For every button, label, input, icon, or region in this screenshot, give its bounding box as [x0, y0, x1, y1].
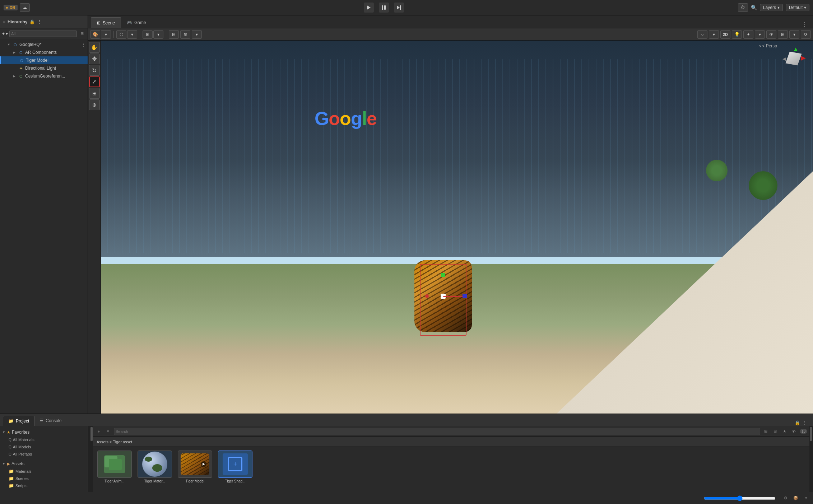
- tool-hand[interactable]: ✋: [89, 42, 100, 53]
- gizmo-dot: [425, 294, 429, 298]
- scene-arrow-btn[interactable]: ▾: [101, 30, 111, 39]
- scene-grid-btn[interactable]: ⊞: [143, 30, 153, 39]
- light-icon: ☀: [18, 65, 24, 71]
- play-button[interactable]: [364, 3, 374, 13]
- assets-eye-btn[interactable]: 👁: [790, 428, 798, 435]
- scene-2d-btn[interactable]: 2D: [720, 30, 730, 39]
- scenes-label: Scenes: [15, 476, 29, 481]
- bottom-lock-icon[interactable]: 🔒: [795, 420, 800, 425]
- g-letter-2: o: [329, 108, 340, 129]
- lock-icon[interactable]: 🔒: [29, 19, 35, 24]
- favorite-prefabs[interactable]: Q All Prefabs: [0, 451, 88, 458]
- scene-dots-btn[interactable]: ⊟: [169, 30, 179, 39]
- tree-item-ar[interactable]: ▶ ⬡ AR Components: [0, 48, 88, 56]
- tab-project[interactable]: 📁 Project: [3, 416, 34, 426]
- cube-icon-tiger: ⬡: [19, 57, 24, 63]
- scene-color-btn[interactable]: 🎨: [90, 30, 100, 39]
- tool-strip: ✋ ✥ ↻ ⤢ ⊞ ⊕: [88, 41, 101, 414]
- nav-gizmo[interactable]: ▲ ▶ ◀: [782, 46, 806, 69]
- asset-card-material[interactable]: Tiger Mater...: [137, 451, 173, 483]
- pause-icon: [382, 5, 386, 10]
- hierarchy-filter-icon[interactable]: ⊞: [78, 30, 85, 37]
- assets-materials[interactable]: 📁 Materials: [0, 468, 88, 475]
- scene-fx-arrow[interactable]: ▾: [755, 30, 765, 39]
- assets-scrollbar[interactable]: [809, 426, 813, 492]
- tool-scale[interactable]: ⤢: [89, 76, 100, 87]
- sidebar-scrollbar[interactable]: [90, 426, 93, 492]
- scene-light-btn[interactable]: 💡: [732, 30, 742, 39]
- scene-tabs: ⊞ Scene 🎮 Game ⋮: [88, 15, 813, 28]
- tab-scene[interactable]: ⊞ Scene: [91, 17, 121, 28]
- search-q-icon2: Q: [9, 445, 11, 449]
- bottom-tab-controls: 🔒 ⋮: [795, 420, 810, 426]
- tool-rect[interactable]: ⊞: [89, 88, 100, 99]
- tree-item-tiger[interactable]: ⬡ Tiger Model: [0, 56, 88, 64]
- assets-scenes[interactable]: 📁 Scenes: [0, 475, 88, 482]
- asset-card-shader[interactable]: Tiger Shad...: [217, 451, 253, 483]
- assets-filter-btn[interactable]: ⊟: [772, 428, 779, 435]
- persp-button[interactable]: < < Persp: [759, 43, 777, 48]
- zoom-slider[interactable]: [704, 495, 776, 501]
- assets-layout-btn[interactable]: ⊞: [762, 428, 770, 435]
- search-q-icon3: Q: [9, 452, 11, 456]
- assets-header[interactable]: ▼ ▶ Assets: [0, 460, 88, 468]
- bottom-menu-dots[interactable]: ⋮: [802, 420, 807, 426]
- assets-breadcrumb: Assets > Tiger asset: [93, 437, 809, 447]
- layers-dropdown[interactable]: Layers ▾: [760, 4, 783, 11]
- tool-transform[interactable]: ⊕: [89, 99, 100, 110]
- scene-fx-btn[interactable]: ✦: [743, 30, 753, 39]
- tree-label-ar: AR Components: [25, 50, 57, 55]
- scene-grid2-arrow[interactable]: ▾: [789, 30, 799, 39]
- scene-wave-arrow[interactable]: ▾: [192, 30, 202, 39]
- scene-eye-btn[interactable]: 👁: [766, 30, 776, 39]
- asset-card-model[interactable]: Tiger Model: [177, 451, 213, 483]
- scene-gizmo-btn[interactable]: ⟳: [801, 30, 811, 39]
- scene-grid2-btn[interactable]: ⊞: [778, 30, 788, 39]
- folder-icon-scenes: 📁: [9, 476, 14, 481]
- pause-button[interactable]: [379, 3, 389, 13]
- default-dropdown[interactable]: Default ▾: [786, 4, 809, 11]
- favorite-models[interactable]: Q All Models: [0, 443, 88, 451]
- scene-circle-btn[interactable]: ○: [697, 30, 707, 39]
- history-btn[interactable]: ⏱: [738, 3, 748, 12]
- tab-console[interactable]: ☰ Console: [34, 416, 66, 426]
- assets-search-input[interactable]: [114, 428, 760, 435]
- scene-wave-btn[interactable]: ≋: [180, 30, 190, 39]
- status-slider[interactable]: [4, 495, 779, 501]
- tool-rotate[interactable]: ↻: [89, 65, 100, 76]
- db-icon: ●: [6, 5, 8, 10]
- scene-3d-btn[interactable]: ⬡: [116, 30, 126, 39]
- assets-scripts[interactable]: 📁 Scripts: [0, 482, 88, 489]
- tree-more-googlehq[interactable]: ⋮: [81, 42, 86, 47]
- viewport[interactable]: Google: [101, 41, 813, 414]
- scene-panel-options[interactable]: ⋮: [799, 21, 810, 28]
- favorite-materials[interactable]: Q All Materials: [0, 436, 88, 443]
- hierarchy-menu-dots[interactable]: ⋮: [37, 19, 42, 25]
- favorites-header[interactable]: ▼ ★ Favorites: [0, 428, 88, 436]
- tool-move[interactable]: ✥: [89, 53, 100, 64]
- hierarchy-header: ≡ Hierarchy 🔒 ⋮: [0, 15, 88, 28]
- status-icon2[interactable]: 📦: [792, 495, 799, 502]
- status-icon1[interactable]: ⚙: [782, 495, 789, 502]
- tree-item-cesium[interactable]: ▶ ⬡ CesiumGeoreferen...: [0, 72, 88, 80]
- status-icon3[interactable]: ✦: [802, 495, 809, 502]
- scene-circle-arrow[interactable]: ▾: [709, 30, 719, 39]
- add-asset-btn[interactable]: +: [95, 428, 102, 435]
- add-btn[interactable]: + ▾: [2, 31, 8, 36]
- hierarchy-search[interactable]: [9, 31, 77, 37]
- assets-toolbar: + ▾ ⊞ ⊟ ★ 👁 13: [93, 426, 809, 437]
- bottom-panel: 📁 Project ☰ Console 🔒 ⋮ ▼ ★ Favorites Q …: [0, 414, 813, 504]
- add-asset-arrow[interactable]: ▾: [104, 428, 112, 435]
- asset-card-anim[interactable]: Tiger Anim...: [97, 451, 133, 483]
- g-letter-6: e: [367, 108, 377, 129]
- tab-game[interactable]: 🎮 Game: [121, 17, 152, 28]
- tree-item-googlehq[interactable]: ▼ ⬡ GoogleHQ* ⋮: [0, 41, 88, 48]
- tree-item-light[interactable]: ☀ Directional Light: [0, 64, 88, 72]
- db-badge[interactable]: ● DB: [4, 5, 18, 10]
- step-button[interactable]: [394, 3, 404, 13]
- scene-grid-arrow[interactable]: ▾: [153, 30, 163, 39]
- cloud-btn[interactable]: ☁: [20, 3, 30, 12]
- assets-star-btn[interactable]: ★: [781, 428, 788, 435]
- scene-3d-arrow[interactable]: ▾: [127, 30, 137, 39]
- folder-icon-scripts: 📁: [9, 483, 14, 488]
